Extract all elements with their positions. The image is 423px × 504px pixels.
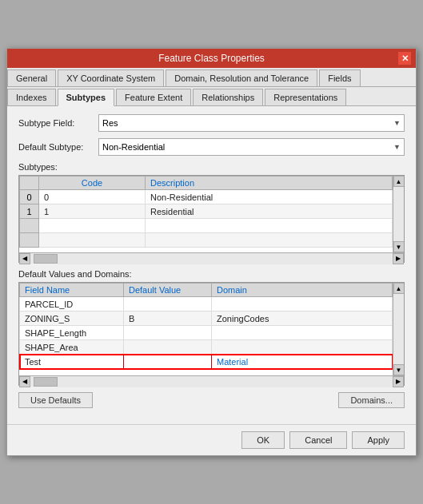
subtypes-table-inner: Code Description 0 0 Non-Re (19, 176, 404, 248)
subtype-field-label: Subtype Field: (18, 118, 98, 128)
domains-table: Field Name Default Value Domain (19, 283, 393, 369)
domains-cell-field[interactable]: SHAPE_Area (20, 340, 124, 355)
subtypes-cell-desc[interactable] (146, 233, 393, 248)
domains-row[interactable]: PARCEL_ID (20, 297, 393, 312)
domains-label: Default Values and Domains: (18, 269, 405, 279)
subtype-field-arrow: ▼ (393, 119, 401, 127)
tab-general[interactable]: General (7, 69, 56, 86)
domains-row-highlighted[interactable]: Test Material (20, 355, 393, 369)
subtype-field-value: Res (102, 118, 118, 128)
subtypes-col-description: Description (146, 177, 393, 190)
subtype-field-select[interactable]: Res ▼ (98, 114, 405, 132)
subtypes-cell-code[interactable] (39, 233, 146, 248)
subtypes-row[interactable]: 0 0 Non-Residential (20, 190, 393, 204)
domains-row[interactable]: ZONING_S B ZoningCodes (20, 312, 393, 326)
domains-row[interactable]: SHAPE_Length (20, 326, 393, 340)
domains-button[interactable]: Domains... (338, 392, 405, 408)
scroll-track[interactable] (393, 294, 405, 364)
subtypes-cell-desc[interactable] (146, 219, 393, 233)
subtypes-table-container: Code Description 0 0 Non-Re (18, 175, 405, 263)
domains-table-container: Field Name Default Value Domain (18, 282, 405, 386)
scroll-up-arrow[interactable]: ▲ (393, 283, 405, 294)
domains-cell-field[interactable]: PARCEL_ID (20, 297, 124, 312)
scroll-right-arrow[interactable]: ▶ (393, 253, 404, 264)
subtypes-col-blank (20, 177, 39, 190)
title-bar: Feature Class Properties ✕ (7, 49, 416, 68)
window-title: Feature Class Properties (25, 53, 398, 64)
tab-indexes[interactable]: Indexes (7, 89, 56, 105)
tab-xy-coordinate[interactable]: XY Coordinate System (58, 69, 164, 86)
horiz-track[interactable] (58, 253, 393, 264)
window: Feature Class Properties ✕ General XY Co… (6, 48, 417, 456)
subtypes-cell-desc[interactable]: Non-Residential (146, 190, 393, 204)
scroll-track[interactable] (393, 187, 405, 241)
subtypes-cell-code[interactable]: 0 (39, 190, 146, 204)
domains-horiz-scroll[interactable]: ◀ ▶ (19, 375, 404, 387)
tab-fields[interactable]: Fields (319, 69, 360, 86)
scroll-left-arrow[interactable]: ◀ (19, 253, 30, 264)
subtypes-col-code: Code (39, 177, 146, 190)
domains-cell-field[interactable]: Test (20, 355, 124, 369)
scroll-down-arrow[interactable]: ▼ (393, 364, 405, 375)
tab-relationships[interactable]: Relationships (193, 89, 263, 105)
scroll-thumb[interactable] (34, 254, 58, 264)
domains-cell-default[interactable] (124, 326, 212, 340)
tab-subtypes[interactable]: Subtypes (58, 89, 115, 106)
tab-domain-resolution[interactable]: Domain, Resolution and Tolerance (166, 69, 317, 86)
close-button[interactable]: ✕ (398, 52, 411, 65)
subtypes-row-num: 0 (20, 190, 39, 204)
subtypes-table-wrap: Code Description 0 0 Non-Re (19, 176, 404, 252)
apply-button[interactable]: Apply (352, 431, 405, 449)
subtypes-row-num: 1 (20, 204, 39, 219)
subtype-field-row: Subtype Field: Res ▼ (18, 114, 405, 132)
tab-bar-bottom: Indexes Subtypes Feature Extent Relation… (7, 87, 416, 106)
content-area: Subtype Field: Res ▼ Default Subtype: No… (7, 106, 416, 424)
default-subtype-value: Non-Residential (102, 142, 165, 152)
scroll-up-arrow[interactable]: ▲ (393, 176, 405, 187)
scroll-right-arrow[interactable]: ▶ (393, 376, 404, 387)
domains-cell-domain[interactable]: Material (212, 355, 393, 369)
subtypes-cell-code[interactable]: 1 (39, 204, 146, 219)
domains-col-domain: Domain (212, 284, 393, 297)
domains-table-inner: Field Name Default Value Domain (19, 283, 404, 369)
subtypes-row[interactable] (20, 233, 393, 248)
subtypes-row-num (20, 233, 39, 248)
default-subtype-label: Default Subtype: (18, 142, 98, 152)
domains-cell-domain[interactable] (212, 297, 393, 312)
bottom-buttons: OK Cancel Apply (7, 424, 416, 455)
subtypes-row[interactable] (20, 219, 393, 233)
tab-representations[interactable]: Representations (265, 89, 346, 105)
subtypes-row-num (20, 219, 39, 233)
domains-scrollbar[interactable]: ▲ ▼ (393, 283, 404, 375)
tab-feature-extent[interactable]: Feature Extent (116, 89, 191, 105)
domains-cell-default[interactable]: B (124, 312, 212, 326)
scroll-thumb[interactable] (34, 377, 58, 387)
subtypes-horiz-scroll[interactable]: ◀ ▶ (19, 252, 404, 264)
domains-cell-field[interactable]: ZONING_S (20, 312, 124, 326)
subtypes-scrollbar[interactable]: ▲ ▼ (393, 176, 404, 252)
tab-bar-top: General XY Coordinate System Domain, Res… (7, 68, 416, 87)
ok-button[interactable]: OK (241, 431, 285, 449)
domains-cell-default[interactable] (124, 340, 212, 355)
scroll-down-arrow[interactable]: ▼ (393, 241, 405, 252)
subtypes-cell-code[interactable] (39, 219, 146, 233)
domains-col-default: Default Value (124, 284, 212, 297)
domains-cell-domain[interactable] (212, 326, 393, 340)
horiz-track[interactable] (58, 376, 393, 387)
domains-cell-field[interactable]: SHAPE_Length (20, 326, 124, 340)
scroll-left-arrow[interactable]: ◀ (19, 376, 30, 387)
default-subtype-select[interactable]: Non-Residential ▼ (98, 138, 405, 156)
cancel-button[interactable]: Cancel (289, 431, 347, 449)
domains-cell-default[interactable] (124, 297, 212, 312)
default-subtype-arrow: ▼ (393, 143, 401, 151)
domains-row[interactable]: SHAPE_Area (20, 340, 393, 355)
domains-cell-default[interactable] (124, 355, 212, 369)
subtypes-label: Subtypes: (18, 162, 405, 172)
subtypes-row[interactable]: 1 1 Residential (20, 204, 393, 219)
action-buttons: Use Defaults Domains... (18, 392, 405, 408)
default-subtype-row: Default Subtype: Non-Residential ▼ (18, 138, 405, 156)
use-defaults-button[interactable]: Use Defaults (18, 392, 93, 408)
domains-cell-domain[interactable] (212, 340, 393, 355)
subtypes-cell-desc[interactable]: Residential (146, 204, 393, 219)
domains-cell-domain[interactable]: ZoningCodes (212, 312, 393, 326)
